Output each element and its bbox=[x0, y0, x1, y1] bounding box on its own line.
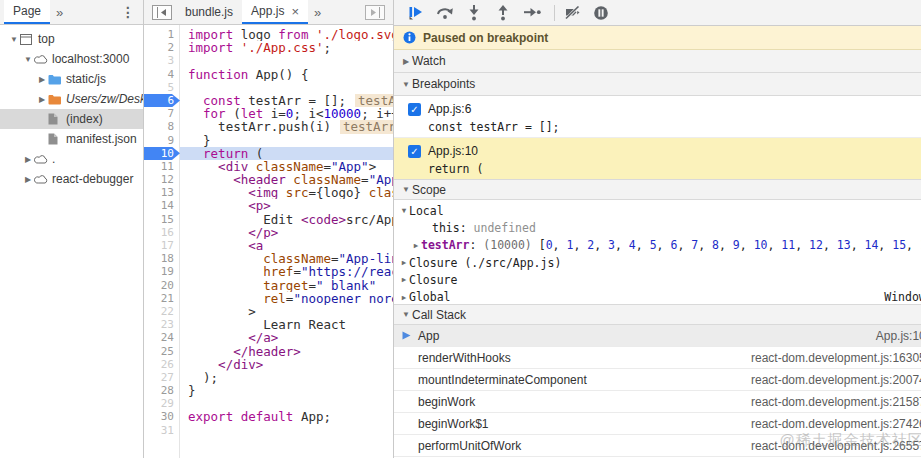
step-out-icon[interactable] bbox=[494, 4, 512, 22]
tree-item-localhost-3000[interactable]: ▼localhost:3000 bbox=[0, 49, 143, 69]
section-header-watch[interactable]: ▶ Watch bbox=[394, 50, 921, 73]
line-number[interactable]: 15 bbox=[144, 213, 180, 226]
line-number[interactable]: 23 bbox=[144, 318, 180, 331]
scope-row-local[interactable]: ▼Local bbox=[394, 202, 921, 219]
expand-icon[interactable]: ▶ bbox=[399, 275, 409, 284]
collapse-icon[interactable]: ▼ bbox=[399, 206, 409, 215]
line-number[interactable]: 17 bbox=[144, 239, 180, 252]
line-number[interactable]: 13 bbox=[144, 186, 180, 199]
code-line-content[interactable]: <a bbox=[180, 239, 393, 252]
expand-icon[interactable]: ▶ bbox=[411, 241, 421, 250]
line-number[interactable]: 8 bbox=[144, 120, 180, 133]
section-header-breakpoints[interactable]: ▼ Breakpoints bbox=[394, 73, 921, 96]
tree-item--[interactable]: ▶. bbox=[0, 149, 143, 169]
code-line-content[interactable]: Edit <code>src/App.js</code> bbox=[180, 213, 393, 226]
code-line-content[interactable]: } bbox=[180, 384, 393, 397]
line-number[interactable]: 22 bbox=[144, 305, 180, 318]
expand-icon[interactable]: ▶ bbox=[22, 175, 34, 184]
line-number[interactable]: 12 bbox=[144, 173, 180, 186]
tree-item-top[interactable]: ▼top bbox=[0, 29, 143, 49]
line-number[interactable]: 14 bbox=[144, 199, 180, 212]
frame-location[interactable]: react-dom.development.js:21587 bbox=[751, 395, 921, 409]
line-number[interactable]: 2 bbox=[144, 41, 180, 54]
code-line-content[interactable]: </div> bbox=[180, 358, 393, 371]
line-number[interactable]: 25 bbox=[144, 345, 180, 358]
hide-navigator-icon[interactable] bbox=[152, 5, 172, 20]
code-line-content[interactable]: > bbox=[180, 305, 393, 318]
line-number[interactable]: 20 bbox=[144, 279, 180, 292]
call-stack-frame[interactable]: renderWithHooksreact-dom.development.js:… bbox=[394, 347, 921, 369]
code-line-content[interactable] bbox=[180, 54, 393, 67]
tree-item-react-debugger[interactable]: ▶react-debugger bbox=[0, 169, 143, 189]
line-number[interactable]: 31 bbox=[144, 424, 180, 437]
code-line-content[interactable]: </p> bbox=[180, 226, 393, 239]
frame-location[interactable]: react-dom.development.js:20074 bbox=[751, 373, 921, 387]
code-line-content[interactable]: } bbox=[180, 134, 393, 147]
code-line-content[interactable]: </header> bbox=[180, 345, 393, 358]
line-number[interactable]: 4 bbox=[144, 68, 180, 81]
tree-item-manifest-json[interactable]: manifest.json bbox=[0, 129, 143, 149]
code-line-content[interactable]: <div className="App"> bbox=[180, 160, 393, 173]
line-number[interactable]: 18 bbox=[144, 252, 180, 265]
breakpoint-checkbox[interactable]: ✓ bbox=[408, 145, 421, 158]
code-line-content[interactable]: function App() { bbox=[180, 68, 393, 81]
frame-location[interactable]: App.js:10 bbox=[876, 329, 921, 343]
code-line-content[interactable]: Learn React bbox=[180, 318, 393, 331]
tab-app-js[interactable]: App.js× bbox=[242, 0, 308, 24]
show-debugger-icon[interactable] bbox=[365, 5, 385, 20]
line-number[interactable]: 16 bbox=[144, 226, 180, 239]
call-stack-frame[interactable]: beginWork$1react-dom.development.js:2742… bbox=[394, 413, 921, 435]
code-line-content[interactable] bbox=[180, 81, 393, 94]
code-line-content[interactable]: ); bbox=[180, 371, 393, 384]
kebab-menu-icon[interactable]: ⋮ bbox=[113, 0, 143, 24]
tree-item--index-[interactable]: (index) bbox=[0, 109, 143, 129]
line-number[interactable]: 5 bbox=[144, 81, 180, 94]
line-number[interactable]: 27 bbox=[144, 371, 180, 384]
resume-icon[interactable] bbox=[407, 4, 425, 22]
collapse-icon[interactable]: ▼ bbox=[22, 55, 34, 64]
deactivate-breakpoints-icon[interactable] bbox=[563, 4, 581, 22]
scope-row-this[interactable]: this: undefined bbox=[394, 219, 921, 236]
code-line-content[interactable]: className="App-link" bbox=[180, 252, 393, 265]
code-line-content[interactable]: <img src={logo} className="App-logo" bbox=[180, 186, 393, 199]
line-number[interactable]: 3 bbox=[144, 54, 180, 67]
scope-row-closure-src-app-js-[interactable]: ▶Closure (./src/App.js) bbox=[394, 254, 921, 271]
code-editor[interactable]: 1import logo from './logo.svg';2import '… bbox=[144, 25, 393, 458]
frame-location[interactable]: react-dom.development.js:26557 bbox=[751, 439, 921, 453]
call-stack-frame[interactable]: AppApp.js:10 bbox=[394, 325, 921, 347]
pause-on-exceptions-icon[interactable] bbox=[592, 4, 610, 22]
line-number[interactable]: 26 bbox=[144, 358, 180, 371]
breakpoint-entry[interactable]: ✓App.js:6const testArr = []; bbox=[394, 96, 921, 138]
line-number[interactable]: 19 bbox=[144, 265, 180, 278]
breakpoint-marker[interactable]: 10 bbox=[144, 147, 180, 160]
step-into-icon[interactable] bbox=[465, 4, 483, 22]
code-line-content[interactable]: export default App; bbox=[180, 410, 393, 423]
code-line-content[interactable]: rel="noopener noreferrer" bbox=[180, 292, 393, 305]
close-icon[interactable]: × bbox=[291, 4, 299, 19]
scope-row-closure[interactable]: ▶Closure bbox=[394, 271, 921, 288]
tab-page[interactable]: Page bbox=[4, 0, 50, 24]
tree-item-static-js[interactable]: ▶static/js bbox=[0, 69, 143, 89]
expand-icon[interactable]: ▶ bbox=[399, 293, 409, 302]
code-line-content[interactable]: <header className="App-header"> bbox=[180, 173, 393, 186]
code-line-content[interactable] bbox=[180, 424, 393, 437]
code-line-content[interactable]: for (let i=0; i<10000; i++) { bbox=[180, 107, 393, 120]
step-icon[interactable] bbox=[523, 4, 541, 22]
call-stack-frame[interactable]: performUnitOfWorkreact-dom.development.j… bbox=[394, 435, 921, 457]
code-line-content[interactable]: <p> bbox=[180, 199, 393, 212]
scope-row-global[interactable]: ▶GlobalWindow bbox=[394, 288, 921, 305]
code-line-content[interactable]: </a> bbox=[180, 331, 393, 344]
line-number[interactable]: 29 bbox=[144, 397, 180, 410]
line-number[interactable]: 1 bbox=[144, 28, 180, 41]
expand-icon[interactable]: ▶ bbox=[399, 258, 409, 267]
code-line-content[interactable]: import './App.css'; bbox=[180, 41, 393, 54]
line-number[interactable]: 28 bbox=[144, 384, 180, 397]
code-line-content[interactable]: testArr.push(i)testArr bbox=[180, 120, 393, 133]
code-line-content[interactable]: href="https://reactjs.org" bbox=[180, 265, 393, 278]
chevron-double-right-icon[interactable]: » bbox=[308, 0, 327, 24]
scope-row-testarr[interactable]: ▶testArr: (10000) [0, 1, 2, 3, 4, 5, 6, … bbox=[394, 237, 921, 254]
code-line-content[interactable]: const testArr = [];testArr bbox=[180, 94, 393, 107]
breakpoint-entry[interactable]: ✓App.js:10return ( bbox=[394, 138, 921, 180]
code-line-content[interactable] bbox=[180, 397, 393, 410]
line-number[interactable]: 21 bbox=[144, 292, 180, 305]
